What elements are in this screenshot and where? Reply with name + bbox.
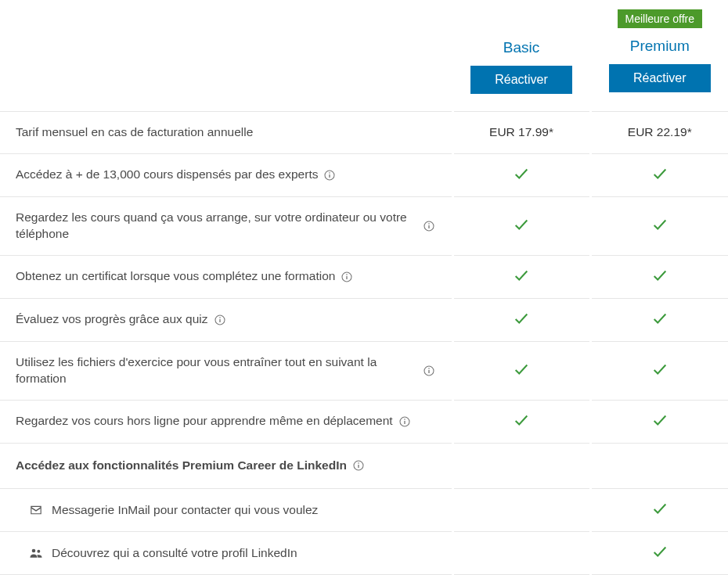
plan-header-row: Basic Réactiver Meilleure offre Premium … [0, 0, 728, 112]
feature-label: Regardez les cours quand ça vous arrange… [0, 196, 452, 255]
feature-premium [590, 196, 728, 255]
feature-label: Utilisez les fichiers d'exercice pour vo… [0, 341, 452, 400]
plan-header-premium: Meilleure offre Premium Réactiver [590, 0, 728, 112]
feature-basic [452, 255, 590, 298]
section-header-label: Accédez aux fonctionnalités Premium Care… [0, 443, 452, 488]
check-icon [651, 267, 669, 287]
check-icon [513, 310, 530, 330]
sub-feature-premium [590, 531, 728, 574]
check-icon [651, 500, 669, 520]
feature-text: Utilisez les fichiers d'exercice pour vo… [16, 354, 417, 387]
feature-label: Regardez vos cours hors ligne pour appre… [0, 400, 452, 443]
sub-feature-text: Messagerie InMail pour contacter qui vou… [52, 503, 318, 517]
check-icon [651, 543, 669, 563]
check-icon [513, 165, 530, 185]
feature-premium [590, 255, 728, 298]
price-row-label: Tarif mensuel en cas de facturation annu… [0, 112, 452, 154]
feature-text: Évaluez vos progrès grâce aux quiz [16, 311, 208, 328]
section-premium-empty [590, 443, 728, 488]
feature-text: Regardez les cours quand ça vous arrange… [16, 210, 417, 243]
check-icon [651, 310, 669, 330]
feature-text: Regardez vos cours hors ligne pour appre… [16, 413, 393, 429]
reactivate-button-basic[interactable]: Réactiver [470, 66, 572, 94]
check-icon [651, 361, 669, 381]
info-icon[interactable] [323, 168, 337, 182]
sub-feature-label: Découvrez qui a consulté votre profil Li… [0, 531, 452, 574]
check-icon [513, 267, 530, 287]
info-icon[interactable] [398, 415, 412, 429]
price-label-text: Tarif mensuel en cas de facturation annu… [16, 124, 253, 141]
sub-feature-basic [452, 488, 590, 531]
feature-premium [590, 341, 728, 400]
plan-header-basic: Basic Réactiver [452, 0, 590, 112]
section-header-text: Accédez aux fonctionnalités Premium Care… [16, 458, 347, 474]
sub-feature-label: Messagerie InMail pour contacter qui vou… [0, 488, 452, 531]
check-icon [513, 216, 530, 236]
section-basic-empty [452, 443, 590, 488]
price-basic: EUR 17.99* [452, 112, 590, 154]
table-row: Découvrez qui a consulté votre profil Li… [0, 531, 728, 574]
table-row: Regardez vos cours hors ligne pour appre… [0, 400, 728, 443]
feature-label: Obtenez un certificat lorsque vous compl… [0, 255, 452, 298]
header-empty-cell [0, 0, 452, 112]
table-row: Accédez à + de 13,000 cours dispensés pa… [0, 153, 728, 196]
feature-text: Accédez à + de 13,000 cours dispensés pa… [16, 167, 318, 183]
reactivate-button-premium[interactable]: Réactiver [609, 64, 711, 92]
feature-basic [452, 341, 590, 400]
feature-basic [452, 400, 590, 443]
check-icon [651, 165, 669, 185]
feature-label: Accédez à + de 13,000 cours dispensés pa… [0, 153, 452, 196]
table-row: Utilisez les fichiers d'exercice pour vo… [0, 341, 728, 400]
info-icon[interactable] [422, 364, 436, 378]
pricing-comparison-table: Basic Réactiver Meilleure offre Premium … [0, 0, 728, 575]
feature-premium [590, 298, 728, 341]
table-row: Regardez les cours quand ça vous arrange… [0, 196, 728, 255]
info-icon[interactable] [340, 270, 354, 284]
people-icon [28, 545, 44, 561]
plan-name-premium: Premium [600, 38, 721, 55]
feature-label: Évaluez vos progrès grâce aux quiz [0, 298, 452, 341]
table-row: Évaluez vos progrès grâce aux quiz [0, 298, 728, 341]
info-icon[interactable] [422, 219, 436, 233]
table-row: Messagerie InMail pour contacter qui vou… [0, 488, 728, 531]
info-icon[interactable] [351, 458, 366, 473]
sub-feature-premium [590, 488, 728, 531]
feature-basic [452, 298, 590, 341]
price-premium: EUR 22.19* [590, 112, 728, 154]
sub-feature-basic [452, 531, 590, 574]
table-row: Obtenez un certificat lorsque vous compl… [0, 255, 728, 298]
check-icon [651, 216, 669, 236]
check-icon [513, 361, 530, 381]
check-icon [513, 411, 530, 432]
table-row: Accédez aux fonctionnalités Premium Care… [0, 443, 728, 488]
feature-premium [590, 400, 728, 443]
price-row: Tarif mensuel en cas de facturation annu… [0, 112, 728, 154]
feature-basic [452, 196, 590, 255]
feature-text: Obtenez un certificat lorsque vous compl… [16, 268, 335, 285]
best-offer-badge: Meilleure offre [618, 9, 702, 28]
plan-name-basic: Basic [462, 39, 582, 56]
mail-icon [28, 502, 44, 518]
feature-premium [590, 153, 728, 196]
check-icon [651, 411, 669, 432]
sub-feature-text: Découvrez qui a consulté votre profil Li… [52, 546, 297, 560]
info-icon[interactable] [213, 313, 227, 327]
feature-basic [452, 153, 590, 196]
